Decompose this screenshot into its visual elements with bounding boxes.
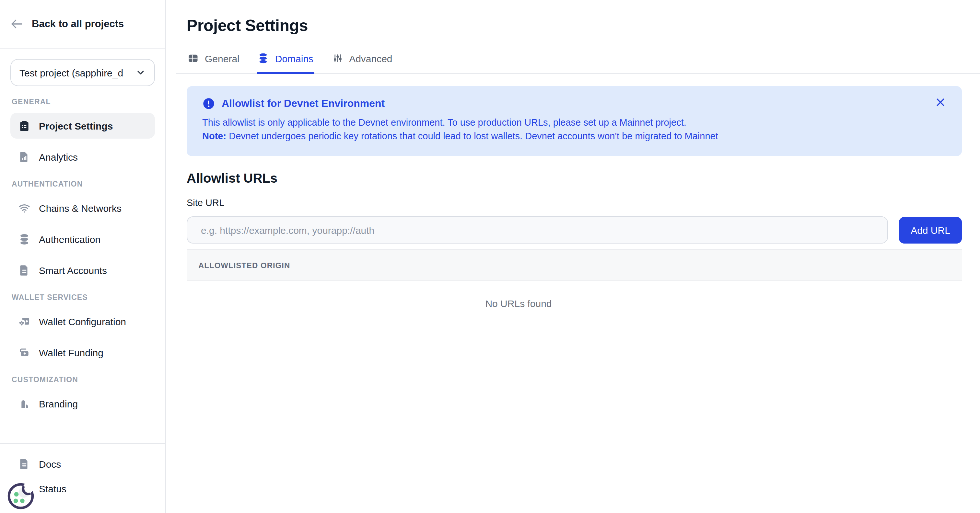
sidebar-item-docs[interactable]: Docs bbox=[10, 451, 155, 476]
sidebar-item-label: Wallet Configuration bbox=[39, 316, 126, 327]
file-text-icon bbox=[18, 264, 30, 276]
chevron-down-icon bbox=[135, 67, 146, 78]
section-label-wallet-services: WALLET SERVICES bbox=[12, 294, 155, 301]
tab-bar: General Domains Advanced bbox=[176, 50, 980, 74]
banner-body: This allowlist is only applicable to the… bbox=[202, 116, 946, 143]
status-label: Status bbox=[39, 483, 67, 494]
tab-general[interactable]: General bbox=[187, 50, 240, 74]
database-icon bbox=[258, 52, 269, 64]
sidebar: Back to all projects Test project (sapph… bbox=[0, 0, 166, 513]
database-icon bbox=[18, 233, 30, 245]
column-header-allowlisted-origin: ALLOWLISTED ORIGIN bbox=[198, 261, 290, 270]
sidebar-item-label: Smart Accounts bbox=[39, 265, 107, 276]
tab-domains[interactable]: Domains bbox=[257, 50, 314, 74]
add-url-row: Add URL bbox=[187, 216, 962, 243]
add-url-button[interactable]: Add URL bbox=[899, 217, 962, 243]
page-title: Project Settings bbox=[187, 16, 962, 35]
section-label-customization: CUSTOMIZATION bbox=[12, 376, 155, 383]
docs-icon bbox=[18, 457, 30, 470]
tab-advanced[interactable]: Advanced bbox=[331, 50, 393, 74]
section-label-general: GENERAL bbox=[12, 98, 155, 106]
app-window: Back to all projects Test project (sapph… bbox=[0, 0, 980, 513]
tab-label: Domains bbox=[275, 53, 313, 64]
cookie-consent-badge[interactable] bbox=[6, 481, 36, 511]
sidebar-item-label: Branding bbox=[39, 398, 78, 409]
sidebar-item-branding[interactable]: Branding bbox=[10, 391, 155, 416]
sidebar-item-label: Project Settings bbox=[39, 120, 113, 131]
devnet-allowlist-banner: Allowlist for Devnet Environment This al… bbox=[187, 86, 962, 156]
banner-note-text: Devnet undergoes periodic key rotations … bbox=[226, 131, 718, 141]
sidebar-nav: GENERAL Project Settings Analytics AUTHE… bbox=[0, 86, 165, 424]
project-selector-value: Test project (sapphire_d bbox=[19, 67, 130, 78]
main-content: Project Settings General Domains Advance… bbox=[166, 0, 980, 513]
sidebar-item-authentication[interactable]: Authentication bbox=[10, 226, 155, 252]
sliders-vertical-icon bbox=[331, 52, 343, 64]
close-icon[interactable] bbox=[935, 97, 946, 108]
branding-icon bbox=[18, 397, 30, 410]
site-url-label: Site URL bbox=[187, 198, 962, 208]
back-label: Back to all projects bbox=[32, 18, 124, 30]
allowlist-urls-heading: Allowlist URLs bbox=[187, 171, 962, 186]
back-to-projects-button[interactable]: Back to all projects bbox=[0, 0, 165, 49]
wifi-icon bbox=[18, 202, 30, 214]
file-chart-icon bbox=[18, 151, 30, 163]
sidebar-item-label: Analytics bbox=[39, 151, 78, 162]
empty-state-text: No URLs found bbox=[187, 281, 850, 309]
site-url-input[interactable] bbox=[187, 216, 888, 243]
sidebar-item-smart-accounts[interactable]: Smart Accounts bbox=[10, 257, 155, 283]
wallet-banknote-icon bbox=[18, 346, 30, 359]
docs-label: Docs bbox=[39, 458, 61, 469]
cookie-icon bbox=[6, 481, 36, 511]
table-cells-icon bbox=[187, 52, 199, 64]
section-label-authentication: AUTHENTICATION bbox=[12, 180, 155, 188]
alert-circle-icon bbox=[202, 97, 215, 110]
sidebar-item-project-settings[interactable]: Project Settings bbox=[10, 113, 155, 139]
clipboard-list-icon bbox=[18, 119, 30, 132]
project-selector-dropdown[interactable]: Test project (sapphire_d bbox=[10, 59, 155, 86]
banner-title: Allowlist for Devnet Environment bbox=[222, 98, 385, 110]
tab-label: General bbox=[205, 53, 240, 64]
sidebar-item-chains-networks[interactable]: Chains & Networks bbox=[10, 195, 155, 221]
arrow-left-icon bbox=[10, 17, 23, 30]
banner-note: Note: Devnet undergoes periodic key rota… bbox=[202, 130, 946, 143]
tab-label: Advanced bbox=[349, 53, 392, 64]
sidebar-item-analytics[interactable]: Analytics bbox=[10, 144, 155, 170]
sidebar-item-label: Wallet Funding bbox=[39, 347, 103, 358]
banner-note-label: Note: bbox=[202, 131, 226, 141]
wallet-gear-icon bbox=[18, 315, 30, 327]
sidebar-item-label: Authentication bbox=[39, 233, 100, 245]
sidebar-item-label: Chains & Networks bbox=[39, 202, 121, 213]
sidebar-item-wallet-funding[interactable]: Wallet Funding bbox=[10, 340, 155, 365]
allowlist-table-header: ALLOWLISTED ORIGIN bbox=[187, 249, 962, 281]
sidebar-item-wallet-configuration[interactable]: Wallet Configuration bbox=[10, 308, 155, 334]
banner-line1: This allowlist is only applicable to the… bbox=[202, 116, 946, 130]
